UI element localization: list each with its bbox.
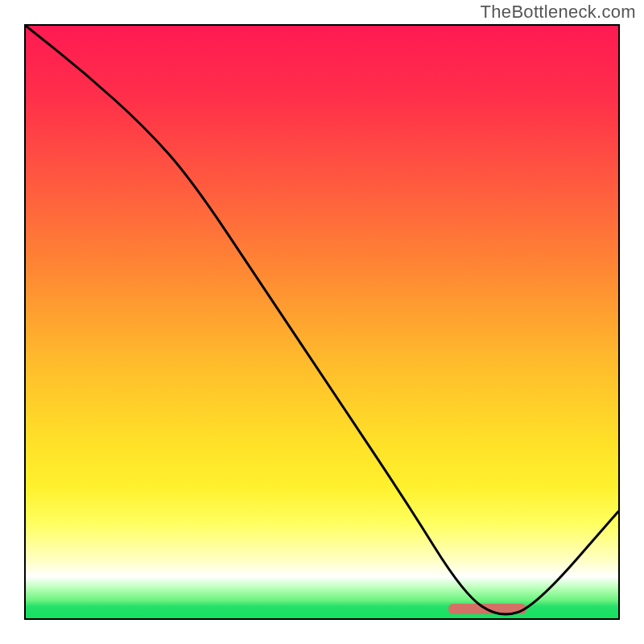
heat-gradient bbox=[26, 26, 618, 618]
chart-frame: TheBottleneck.com bbox=[0, 0, 644, 644]
watermark-text: TheBottleneck.com bbox=[481, 2, 636, 23]
plot-area bbox=[24, 24, 620, 620]
target-range-marker bbox=[448, 604, 526, 614]
